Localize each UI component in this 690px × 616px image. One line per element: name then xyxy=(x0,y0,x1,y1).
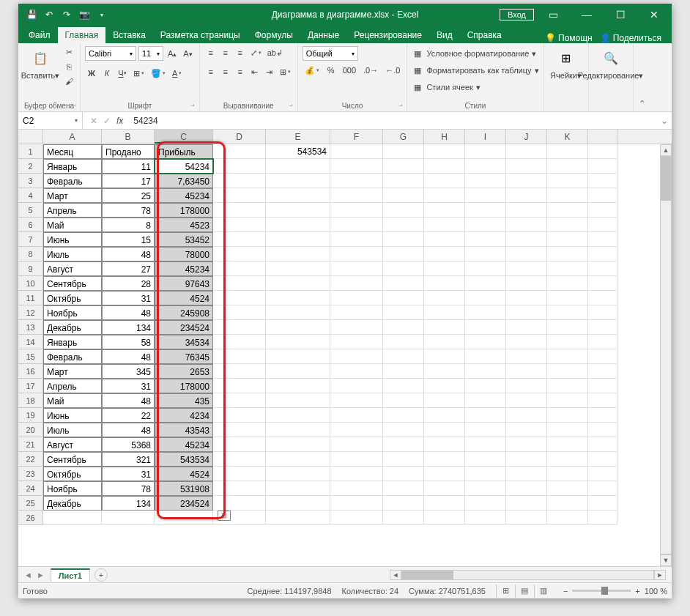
cell[interactable] xyxy=(330,261,383,276)
cell[interactable] xyxy=(43,511,102,525)
cell[interactable] xyxy=(330,481,383,496)
scroll-right-icon[interactable]: ► xyxy=(654,570,666,580)
align-bottom-icon[interactable]: ≡ xyxy=(234,46,247,59)
cell[interactable] xyxy=(547,335,588,349)
cell[interactable] xyxy=(506,511,547,525)
cell[interactable] xyxy=(506,496,547,511)
cell[interactable] xyxy=(383,174,424,188)
cell[interactable] xyxy=(266,467,330,481)
cell[interactable] xyxy=(506,174,547,188)
cell[interactable] xyxy=(588,364,617,379)
cell[interactable] xyxy=(506,408,547,423)
number-format-select[interactable]: Общий▾ xyxy=(303,46,358,61)
cell[interactable]: 17 xyxy=(102,174,155,188)
cell[interactable] xyxy=(547,364,588,379)
cell[interactable]: 53452 xyxy=(155,232,213,247)
row-header[interactable]: 11 xyxy=(18,291,43,305)
cell[interactable] xyxy=(588,291,617,305)
cell[interactable]: 97643 xyxy=(155,276,213,291)
cell[interactable] xyxy=(506,144,547,159)
column-header[interactable]: H xyxy=(424,130,465,144)
cell[interactable] xyxy=(424,423,465,437)
cell[interactable] xyxy=(266,291,330,305)
cell[interactable]: 543534 xyxy=(155,452,213,467)
column-header[interactable] xyxy=(588,130,617,144)
cell[interactable] xyxy=(424,276,465,291)
cell[interactable] xyxy=(330,159,383,174)
cell[interactable] xyxy=(547,232,588,247)
sheet-nav-next-icon[interactable]: ► xyxy=(37,571,45,579)
cell[interactable] xyxy=(465,379,506,393)
cell[interactable] xyxy=(547,452,588,467)
cell[interactable] xyxy=(506,232,547,247)
cell[interactable] xyxy=(383,218,424,232)
cell[interactable] xyxy=(213,364,266,379)
cell[interactable] xyxy=(213,496,266,511)
cell[interactable]: 27 xyxy=(102,261,155,276)
cell[interactable] xyxy=(465,481,506,496)
cell[interactable] xyxy=(213,379,266,393)
column-header[interactable]: C xyxy=(155,130,213,144)
cell[interactable] xyxy=(424,511,465,525)
column-header[interactable]: J xyxy=(506,130,547,144)
tab-help[interactable]: Справка xyxy=(460,27,509,43)
cell[interactable] xyxy=(213,144,266,159)
row-header[interactable]: 26 xyxy=(18,511,43,525)
cell[interactable]: Октябрь xyxy=(43,467,102,481)
cell[interactable] xyxy=(330,364,383,379)
cell[interactable] xyxy=(330,291,383,305)
row-header[interactable]: 14 xyxy=(18,335,43,349)
align-center-icon[interactable]: ≡ xyxy=(219,65,232,78)
row-header[interactable]: 10 xyxy=(18,276,43,291)
cell[interactable]: Май xyxy=(43,393,102,408)
cell[interactable] xyxy=(330,452,383,467)
collapse-ribbon-icon[interactable]: ⌃ xyxy=(634,43,651,111)
cell[interactable] xyxy=(266,188,330,203)
cell[interactable]: 78 xyxy=(102,203,155,218)
cut-icon[interactable]: ✂ xyxy=(62,46,75,58)
cell[interactable] xyxy=(506,335,547,349)
borders-button[interactable]: ⊞ xyxy=(131,67,146,80)
accounting-format-icon[interactable]: 💰 xyxy=(303,64,322,77)
cell[interactable] xyxy=(424,218,465,232)
align-middle-icon[interactable]: ≡ xyxy=(219,46,232,59)
cell[interactable] xyxy=(588,496,617,511)
cell[interactable] xyxy=(213,437,266,452)
cell[interactable] xyxy=(547,159,588,174)
cell[interactable] xyxy=(465,159,506,174)
cell[interactable] xyxy=(383,408,424,423)
cell[interactable] xyxy=(506,188,547,203)
cell[interactable]: 45234 xyxy=(155,188,213,203)
cell[interactable] xyxy=(465,437,506,452)
cell[interactable]: 48 xyxy=(102,247,155,261)
cell[interactable] xyxy=(266,203,330,218)
cell[interactable] xyxy=(465,247,506,261)
cell[interactable] xyxy=(547,496,588,511)
cell[interactable]: 7,63450 xyxy=(155,174,213,188)
cell[interactable] xyxy=(465,232,506,247)
cell[interactable]: Прибыль xyxy=(155,144,213,159)
align-left-icon[interactable]: ≡ xyxy=(204,65,218,78)
cell[interactable] xyxy=(266,335,330,349)
cell[interactable] xyxy=(330,305,383,320)
cell[interactable] xyxy=(588,232,617,247)
cell[interactable]: Апрель xyxy=(43,203,102,218)
cell[interactable]: 31 xyxy=(102,379,155,393)
cell[interactable]: Сентябрь xyxy=(43,276,102,291)
cell[interactable] xyxy=(588,408,617,423)
cell-styles-button[interactable]: ▦Стили ячеек▾ xyxy=(412,81,480,93)
cell[interactable] xyxy=(424,159,465,174)
decrease-indent-icon[interactable]: ⇤ xyxy=(248,65,261,78)
cell[interactable] xyxy=(424,261,465,276)
tab-view[interactable]: Вид xyxy=(429,27,460,43)
zoom-out-icon[interactable]: − xyxy=(563,587,568,595)
cell[interactable] xyxy=(424,247,465,261)
add-sheet-icon[interactable]: + xyxy=(94,568,108,582)
cell[interactable] xyxy=(213,423,266,437)
column-header[interactable]: F xyxy=(330,130,383,144)
row-header[interactable]: 1 xyxy=(18,144,43,159)
cell[interactable] xyxy=(330,320,383,335)
cell[interactable]: 34534 xyxy=(155,335,213,349)
cell[interactable] xyxy=(506,481,547,496)
cell[interactable]: 78000 xyxy=(155,247,213,261)
